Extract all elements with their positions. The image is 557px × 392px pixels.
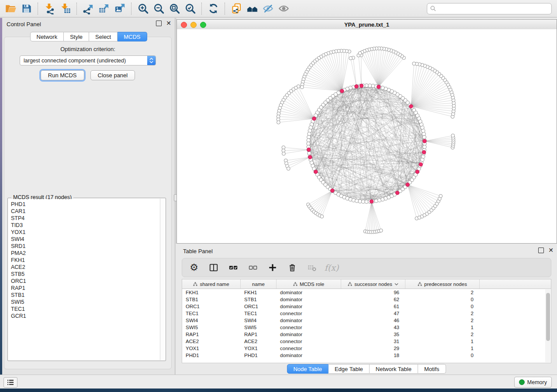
select-all-rows-button[interactable] [228, 262, 239, 273]
table-cell: PHD1 [182, 353, 241, 358]
network-view-window: YPA_prune.txt_1 [176, 19, 557, 244]
column-header-name[interactable]: name [241, 279, 277, 289]
table-row[interactable]: SWI4SWI4dominator462 [182, 317, 551, 324]
deselect-all-rows-button[interactable] [247, 262, 259, 273]
mcds-result-item[interactable]: ACE2 [11, 264, 160, 271]
tab-edge-table[interactable]: Edge Table [329, 364, 370, 374]
table-cell: SWI5 [182, 325, 241, 330]
add-column-button[interactable] [267, 262, 278, 273]
search-input[interactable] [427, 3, 552, 14]
mcds-result-item[interactable]: SRD1 [11, 243, 160, 250]
mcds-result-item[interactable]: PMA2 [11, 250, 160, 257]
table-row[interactable]: YOX1YOX1connector291 [182, 345, 551, 352]
status-bar: Memory [0, 375, 557, 389]
column-header-successor-nodes[interactable]: successor nodes [341, 279, 405, 289]
zoom-fit-button[interactable] [166, 1, 182, 16]
table-settings-button[interactable]: ⚙ [188, 262, 200, 273]
table-cell: SWI5 [241, 325, 277, 330]
mcds-result-item[interactable]: TID3 [11, 222, 160, 229]
show-columns-button[interactable] [208, 262, 219, 273]
float-panel-icon[interactable] [156, 21, 162, 26]
tab-mcds[interactable]: MCDS [118, 32, 147, 41]
mcds-result-group: MCDS result (17 nodes) PHD1CAR1STP4TID3Y… [7, 198, 166, 361]
mcds-result-scrollbar[interactable] [160, 199, 165, 360]
table-cell: STB1 [241, 297, 277, 302]
mcds-result-item[interactable]: SWI4 [11, 236, 160, 243]
column-header-shared-name[interactable]: shared name [182, 279, 241, 289]
column-header-predecessor-nodes[interactable]: predecessor nodes [405, 279, 480, 289]
mcds-result-item[interactable]: SWI5 [11, 299, 160, 306]
mcds-result-item[interactable]: GCR1 [11, 313, 160, 320]
import-network-button[interactable] [42, 1, 57, 16]
tab-select[interactable]: Select [89, 32, 118, 41]
mcds-result-item[interactable]: FKH1 [11, 257, 160, 264]
mcds-result-item[interactable]: PHD1 [11, 201, 160, 208]
table-cell: dominator [277, 353, 341, 358]
open-session-button[interactable] [3, 1, 18, 16]
memory-status-icon [519, 379, 525, 385]
table-cell: SWI4 [241, 318, 277, 323]
close-panel-button[interactable]: Close panel [90, 70, 135, 80]
zoom-in-button[interactable] [135, 1, 151, 16]
zoom-selected-button[interactable] [182, 1, 198, 16]
tab-network-table[interactable]: Network Table [370, 364, 418, 374]
table-row[interactable]: PHD1PHD1dominator180 [182, 352, 551, 359]
table-row[interactable]: FKH1FKH1dominator962 [182, 289, 551, 296]
mcds-result-item[interactable]: TEC1 [11, 306, 160, 313]
mcds-result-item[interactable]: CAR1 [11, 208, 160, 215]
table-cell: connector [277, 346, 341, 351]
column-header-MCDS-role[interactable]: MCDS role [277, 279, 341, 289]
export-image-button[interactable] [112, 1, 128, 16]
table-row[interactable]: RAP1RAP1dominator352 [182, 331, 551, 338]
mcds-result-item[interactable]: STB5 [11, 271, 160, 278]
node-table-body: FKH1FKH1dominator962STB1STB1dominator620… [182, 289, 551, 359]
table-cell: 46 [341, 318, 405, 323]
tab-style[interactable]: Style [64, 32, 89, 41]
control-panel: Control Panel ✕ NetworkStyleSelectMCDS O… [2, 18, 175, 375]
close-panel-icon[interactable]: ✕ [166, 21, 171, 26]
mcds-result-item[interactable]: RAP1 [11, 285, 160, 292]
table-cell: dominator [277, 304, 341, 309]
mcds-result-item[interactable]: STP4 [11, 215, 160, 222]
table-cell: 61 [341, 304, 405, 309]
table-scrollbar[interactable] [545, 289, 550, 362]
network-window-titlebar[interactable]: YPA_prune.txt_1 [177, 20, 557, 30]
hide-selected-button[interactable] [260, 1, 276, 16]
memory-button[interactable]: Memory [514, 377, 552, 388]
table-cell: connector [277, 325, 341, 330]
mcds-result-item[interactable]: YOX1 [11, 229, 160, 236]
import-table-button[interactable] [57, 1, 73, 16]
table-row[interactable]: SWI5SWI5connector431 [182, 324, 551, 331]
table-row[interactable]: TEC1TEC1connector472 [182, 310, 551, 317]
criterion-dropdown[interactable]: largest connected component (undirected) [20, 55, 156, 65]
close-table-panel-icon[interactable]: ✕ [548, 248, 554, 253]
first-neighbors-button[interactable] [244, 1, 260, 16]
export-network-button[interactable] [80, 1, 96, 16]
tab-node-table[interactable]: Node Table [287, 364, 329, 374]
show-all-hidden-button[interactable] [276, 1, 291, 16]
export-network-web-button[interactable] [228, 1, 244, 16]
delete-column-button[interactable] [287, 262, 298, 273]
run-mcds-button[interactable]: Run MCDS [41, 70, 84, 80]
save-session-button[interactable] [18, 1, 34, 16]
task-history-button[interactable] [3, 377, 17, 388]
table-cell: 2 [405, 318, 480, 323]
table-scrollbar-thumb[interactable] [546, 293, 550, 341]
network-graph[interactable] [177, 29, 557, 243]
table-cell: SWI4 [182, 318, 241, 323]
mcds-result-item[interactable]: STB1 [11, 292, 160, 299]
apply-layout-button[interactable] [205, 1, 221, 16]
table-panel-title: Table Panel [183, 248, 213, 254]
float-table-panel-icon[interactable] [538, 248, 544, 253]
mcds-result-item[interactable]: ORC1 [11, 278, 160, 285]
zoom-out-button[interactable] [151, 1, 166, 16]
table-row[interactable]: STB1STB1dominator620 [182, 296, 551, 303]
tab-motifs[interactable]: Motifs [418, 364, 446, 374]
export-table-button[interactable] [96, 1, 112, 16]
table-row[interactable]: ACE2ACE2connector311 [182, 338, 551, 345]
table-row[interactable]: ORC1ORC1dominator610 [182, 303, 551, 310]
tab-network[interactable]: Network [30, 32, 64, 41]
table-cell: 0 [405, 297, 480, 302]
network-canvas[interactable] [177, 29, 557, 243]
table-cell: 1 [405, 325, 480, 330]
